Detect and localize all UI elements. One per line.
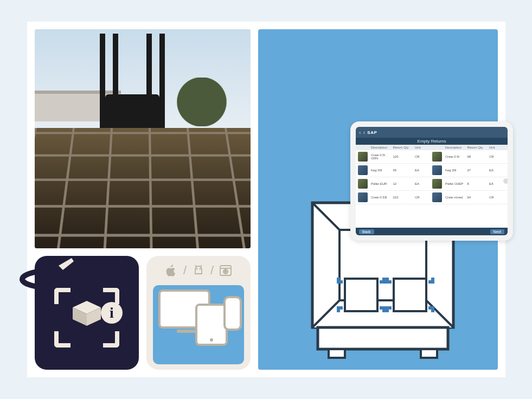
tablet-brand: SAP [367,130,377,135]
tablet-column-headers: Description Return Qty Unit Description … [356,145,508,150]
svg-point-0 [22,271,82,288]
tablet-icon [195,304,228,346]
rocket-orbit-icon [20,255,85,293]
phone-icon [223,296,242,331]
package-3d-icon [72,300,102,327]
svg-rect-15 [394,279,426,311]
back-chevron-icon: ‹ [359,129,361,136]
svg-line-2 [195,265,196,267]
tablet-footer-back: Back [359,229,374,234]
table-row: Pallet EUR12EAPallet CHEP8EA [356,177,508,191]
back-chevron-icon: ‹ [363,129,366,136]
svg-point-5 [200,268,200,269]
info-badge-icon: i [101,302,123,324]
forklift-photo [35,29,251,248]
svg-line-3 [201,265,202,267]
promo-frame: i / / [27,22,505,377]
web-icon [219,264,232,277]
svg-rect-11 [318,327,448,349]
tablet-footer-next: Next [490,229,504,234]
android-icon [192,264,205,277]
devices-illustration [153,285,244,364]
tablet-footer: Back Next [356,228,508,235]
svg-rect-13 [421,349,437,358]
tablet-screen-title: Empty Returns [356,138,508,145]
svg-point-4 [196,268,197,269]
table-row: Crate 0.33l210CRCrate mixed64CR [356,191,508,204]
os-row: / / [153,263,244,278]
right-illustration-panel: ‹ ‹ SAP Empty Returns Description Return… [258,29,498,370]
separator: / [183,263,187,278]
left-column: i / / [35,29,251,370]
svg-rect-12 [329,349,345,358]
apple-icon [165,264,178,277]
tablet-app-header: ‹ ‹ SAP [356,127,508,138]
tablet-mockup: ‹ ‹ SAP Empty Returns Description Return… [350,121,513,241]
separator: / [210,263,214,278]
bottom-cards: i / / [35,256,251,370]
scan-box-icon: i [54,288,119,347]
svg-rect-14 [345,279,377,311]
tablet-table-body: Crate 0.5l GRN120CRCrate 0.5l98CRKeg 50l… [356,150,508,228]
table-row: Keg 50l45EAKeg 30l27EA [356,164,508,177]
app-icon-card: i [35,256,139,370]
platforms-card: / / [146,256,251,370]
table-row: Crate 0.5l GRN120CRCrate 0.5l98CR [356,150,508,164]
